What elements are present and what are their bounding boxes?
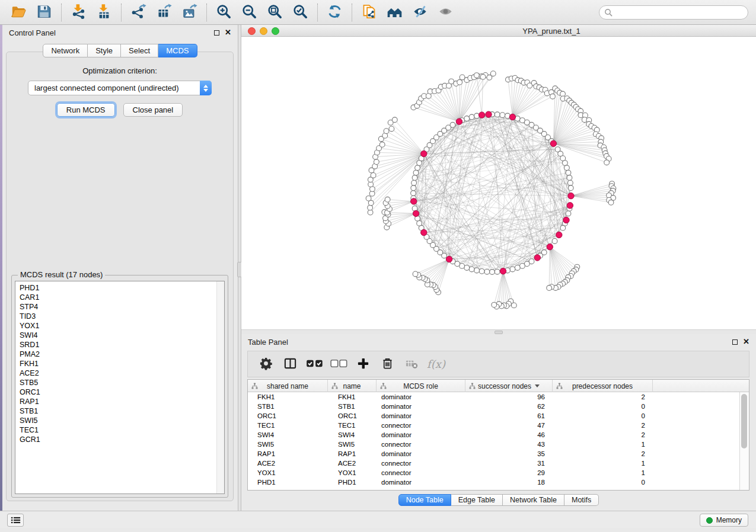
- search-input[interactable]: [599, 5, 748, 20]
- hide-selected-button[interactable]: [407, 1, 433, 24]
- table-scrollbar[interactable]: [739, 392, 749, 490]
- table-row[interactable]: SWI4SWI4dominator462: [248, 430, 739, 440]
- main-toolbar: [0, 0, 756, 25]
- window-maximize-traffic-icon[interactable]: [272, 27, 279, 35]
- table-cell: FKH1: [328, 393, 377, 400]
- first-neighbors-button[interactable]: [382, 1, 407, 24]
- split-columns-button[interactable]: [279, 353, 301, 376]
- add-column-button[interactable]: [352, 353, 374, 376]
- select-all-button[interactable]: [304, 353, 326, 376]
- column-header-shared-name[interactable]: shared name: [248, 380, 328, 392]
- network-canvas[interactable]: [241, 37, 756, 329]
- zoom-out-button[interactable]: [237, 1, 262, 24]
- table-scrollbar-thumb[interactable]: [741, 394, 747, 448]
- delete-column-button[interactable]: [377, 353, 398, 376]
- tab-network[interactable]: Network: [43, 44, 88, 57]
- column-label: MCDS role: [403, 382, 438, 390]
- table-cell: dominator: [377, 450, 465, 457]
- settings-button[interactable]: [255, 353, 277, 376]
- tab-select[interactable]: Select: [121, 44, 158, 57]
- result-list-scrollbar[interactable]: [216, 281, 224, 493]
- open-session-button[interactable]: [6, 1, 31, 24]
- table-cell: dominator: [377, 479, 465, 486]
- apply-layout-button[interactable]: [322, 1, 347, 24]
- float-panel-icon[interactable]: [732, 339, 738, 345]
- settings-icon: [259, 357, 273, 372]
- table-row[interactable]: SWI5SWI5connector431: [248, 440, 739, 449]
- close-panel-button[interactable]: Close panel: [123, 103, 183, 117]
- first-neighbors-icon: [387, 4, 403, 21]
- tab-network-table[interactable]: Network Table: [503, 494, 564, 506]
- mcds-result-item[interactable]: PMA2: [15, 350, 216, 359]
- column-header-predecessor-nodes[interactable]: predecessor nodes: [553, 380, 653, 392]
- table-row[interactable]: TEC1TEC1connector472: [248, 421, 739, 430]
- mcds-result-item[interactable]: TEC1: [15, 425, 216, 435]
- table-row[interactable]: STB1STB1dominator620: [248, 402, 739, 411]
- zoom-selected-button[interactable]: [288, 1, 313, 24]
- deselect-all-button[interactable]: [328, 353, 350, 376]
- table-row[interactable]: FKH1FKH1dominator962: [248, 392, 739, 402]
- horizontal-splitter[interactable]: [241, 329, 756, 334]
- window-close-traffic-icon[interactable]: [248, 27, 256, 35]
- mcds-result-item[interactable]: CAR1: [15, 293, 216, 302]
- table-cell: dominator: [377, 431, 465, 438]
- save-session-button[interactable]: [31, 1, 57, 24]
- column-type-icon: [251, 383, 258, 389]
- export-table-button[interactable]: [151, 1, 177, 24]
- clone-network-button[interactable]: [356, 1, 382, 24]
- column-header-name[interactable]: name: [328, 380, 377, 392]
- column-header-mcds-role[interactable]: MCDS role: [377, 380, 465, 392]
- task-history-button[interactable]: [7, 514, 24, 527]
- zoom-in-button[interactable]: [211, 1, 237, 24]
- mcds-result-item[interactable]: GCR1: [15, 435, 216, 444]
- mcds-result-item[interactable]: TID3: [15, 312, 216, 321]
- mcds-result-item[interactable]: FKH1: [15, 359, 216, 368]
- export-network-button[interactable]: [126, 1, 151, 24]
- select-all-icon: [306, 358, 324, 371]
- mcds-result-item[interactable]: SRD1: [15, 340, 216, 350]
- mcds-result-item[interactable]: YOX1: [15, 321, 216, 331]
- mcds-result-item[interactable]: SWI5: [15, 416, 216, 425]
- import-table-button[interactable]: [91, 1, 117, 24]
- fit-content-button[interactable]: [262, 1, 288, 24]
- mcds-result-item[interactable]: ORC1: [15, 387, 216, 397]
- delete-table-button: [401, 353, 423, 376]
- tab-node-table[interactable]: Node Table: [398, 494, 451, 506]
- network-graph[interactable]: [241, 37, 756, 329]
- criterion-select[interactable]: largest connected component (undirected): [28, 81, 212, 95]
- mcds-result-list[interactable]: PHD1CAR1STP4TID3YOX1SWI4SRD1PMA2FKH1ACE2…: [15, 281, 225, 494]
- table-panel-tabs: Node TableEdge TableNetwork TableMotifs: [241, 494, 756, 506]
- table-row[interactable]: YOX1YOX1connector291: [248, 468, 739, 477]
- table-row[interactable]: ORC1ORC1dominator610: [248, 411, 739, 421]
- table-row[interactable]: RAP1RAP1dominator352: [248, 449, 739, 459]
- table-row[interactable]: PHD1PHD1dominator180: [248, 477, 739, 487]
- tab-motifs[interactable]: Motifs: [564, 494, 599, 506]
- window-minimize-traffic-icon[interactable]: [260, 27, 267, 35]
- table-row[interactable]: ACE2ACE2connector311: [248, 459, 739, 468]
- mcds-result-item[interactable]: PHD1: [15, 283, 216, 293]
- run-mcds-button[interactable]: Run MCDS: [57, 103, 115, 117]
- close-panel-icon[interactable]: ✕: [743, 337, 749, 346]
- tab-mcds[interactable]: MCDS: [158, 44, 197, 57]
- tab-style[interactable]: Style: [88, 44, 121, 57]
- mcds-result-item[interactable]: STP4: [15, 302, 216, 312]
- mcds-result-item[interactable]: SWI4: [15, 331, 216, 340]
- table-cell: connector: [377, 422, 465, 429]
- mcds-result-item[interactable]: ACE2: [15, 368, 216, 378]
- table-cell: 18: [465, 479, 553, 486]
- memory-status-icon: [706, 517, 713, 524]
- table-cell: 61: [465, 412, 553, 419]
- mcds-result-item[interactable]: STB5: [15, 378, 216, 387]
- toolbar-separator: [317, 4, 318, 21]
- close-panel-icon[interactable]: ✕: [225, 28, 231, 37]
- tab-edge-table[interactable]: Edge Table: [451, 494, 503, 506]
- show-all-icon: [438, 4, 454, 21]
- float-panel-icon[interactable]: [214, 30, 219, 36]
- network-window-titlebar[interactable]: YPA_prune.txt_1: [241, 25, 756, 37]
- mcds-result-item[interactable]: STB1: [15, 406, 216, 416]
- memory-button[interactable]: Memory: [700, 514, 748, 527]
- mcds-result-item[interactable]: RAP1: [15, 397, 216, 406]
- column-header-successor-nodes[interactable]: successor nodes: [465, 380, 553, 392]
- export-image-button[interactable]: [177, 1, 202, 24]
- import-network-button[interactable]: [66, 1, 91, 24]
